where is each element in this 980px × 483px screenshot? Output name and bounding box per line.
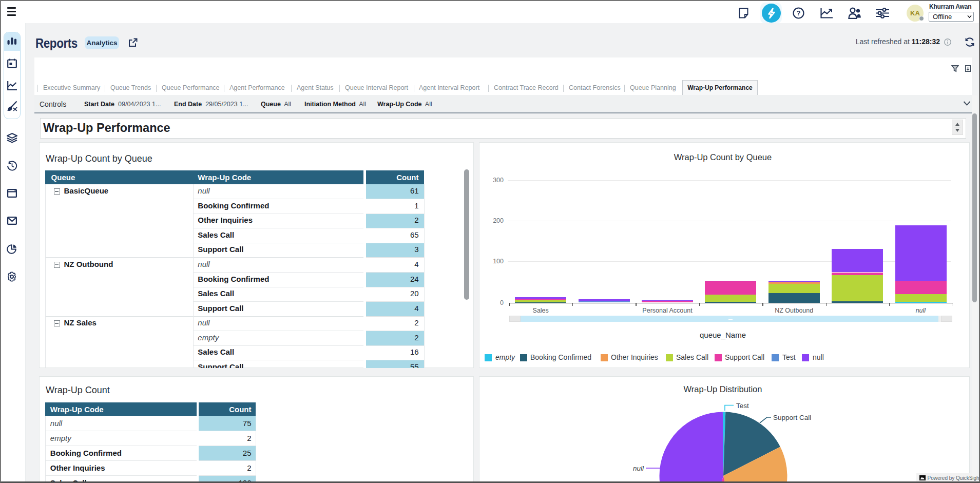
svg-text:?: ?	[797, 9, 801, 17]
